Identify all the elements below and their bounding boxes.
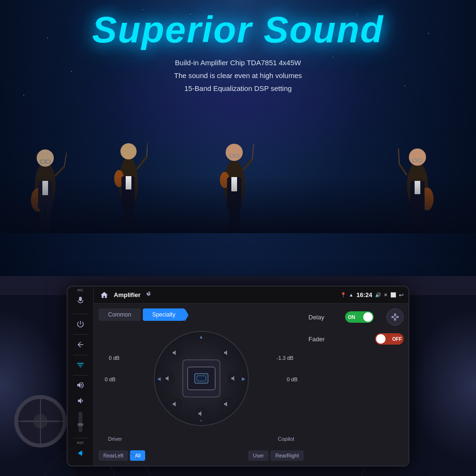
copilot-label: Copilot [278,436,294,442]
main-container: Superior Sound Build-in Amplifier Chip T… [0,0,476,476]
db-top-left: 0 dB [109,355,120,361]
subtitle-block: Build-in Amplifier Chip TDA7851 4x45W Th… [0,56,476,95]
delay-state: ON [348,315,355,320]
tab-row: Common Specialty [99,308,304,321]
right-panel: Delay ON Fader [308,308,404,461]
screen-topbar: Amplifier 📍 ▲ 16:24 🔊 ✕ ⬜ ↩ [94,287,408,304]
bottom-decoration [0,447,476,476]
delay-knob [363,312,373,322]
volume-up-icon[interactable] [72,379,89,391]
sidebar-divider-1 [73,314,88,314]
fader-label: Fader [308,336,332,343]
db-mid-right: 0 dB [287,377,298,382]
device: MIC [67,286,409,466]
close-icon[interactable]: ✕ [384,292,387,298]
speaker-mid-left [162,372,175,385]
sidebar-divider-5 [73,438,88,438]
rst-label: RST [77,441,84,445]
volume-slider[interactable] [79,412,82,433]
steering-wheel [14,395,67,447]
sidebar-divider-2 [73,334,88,335]
screen-content: Common Specialty 0 dB -1.3 dB 0 dB 0 dB [94,304,408,466]
sidebar-divider-3 [73,355,88,355]
back-nav-icon[interactable]: ↩ [399,292,404,298]
home-button[interactable] [99,289,110,301]
status-bar: 📍 ▲ 16:24 🔊 ✕ ⬜ ↩ [340,291,404,298]
back-icon[interactable] [72,338,89,351]
speaker-diagram: 0 dB -1.3 dB 0 dB 0 dB ▲ ▼ ◀ ▶ [99,326,304,431]
db-top-right: -1.3 dB [277,355,293,361]
speaker-center-inner [187,367,216,390]
speaker-bottom-left [169,397,182,411]
delay-row: Delay ON [308,308,404,326]
speaker-circle[interactable]: ▲ ▼ ◀ ▶ [154,331,249,426]
speaker-bottom-center [195,407,208,420]
power-icon[interactable] [72,318,89,330]
fader-knob [376,334,386,344]
mic-icon[interactable] [72,292,89,309]
volume-slider-thumb [78,423,83,426]
device-sidebar: MIC [68,287,94,466]
title-section: Superior Sound Build-in Amplifier Chip T… [0,10,476,95]
dashboard-area: MIC [0,276,476,476]
db-mid-left: 0 dB [105,377,116,382]
subtitle-line1: Build-in Amplifier Chip TDA7851 4x45W [0,56,476,69]
tab-specialty[interactable]: Specialty [143,308,185,321]
arrow-up: ▲ [199,334,204,339]
mic-label: MIC [78,288,84,292]
volume-icon: 🔊 [375,292,381,298]
driver-copilot-labels: Driver Copilot [99,436,304,442]
main-title: Superior Sound [0,10,476,50]
volume-down-icon[interactable] [72,395,89,407]
fader-state: OFF [392,337,402,342]
left-panel: Common Specialty 0 dB -1.3 dB 0 dB 0 dB [99,308,304,461]
arrow-left: ◀ [157,376,161,381]
speaker-mid-right [228,372,241,385]
clock: 16:24 [357,291,372,298]
app-title: Amplifier [114,291,140,298]
wifi-icon: ▲ [349,292,354,298]
eq-icon[interactable] [72,358,89,371]
speaker-top-left [169,346,182,359]
subtitle-line2: The sound is clear even at high volumes [0,69,476,82]
subtitle-line3: 15-Band Equalization DSP setting [0,82,476,95]
device-screen: Amplifier 📍 ▲ 16:24 🔊 ✕ ⬜ ↩ [94,287,408,466]
fader-row: Fader OFF [308,333,404,345]
window-icon[interactable]: ⬜ [390,292,396,298]
circle-dec-3 [357,447,476,476]
arrow-right: ▶ [242,376,246,381]
speaker-bottom-right [220,397,234,411]
tab-common[interactable]: Common [99,308,141,321]
driver-label: Driver [108,436,122,442]
speaker-top-right [220,346,234,359]
location-icon: 📍 [340,292,346,298]
sidebar-divider-4 [73,375,88,376]
delay-label: Delay [308,314,332,321]
fader-toggle[interactable]: OFF [375,333,404,345]
gamepad-button[interactable] [387,308,404,326]
usb-icon [146,291,153,299]
speaker-center-control[interactable] [182,359,220,397]
delay-toggle[interactable]: ON [345,311,374,323]
